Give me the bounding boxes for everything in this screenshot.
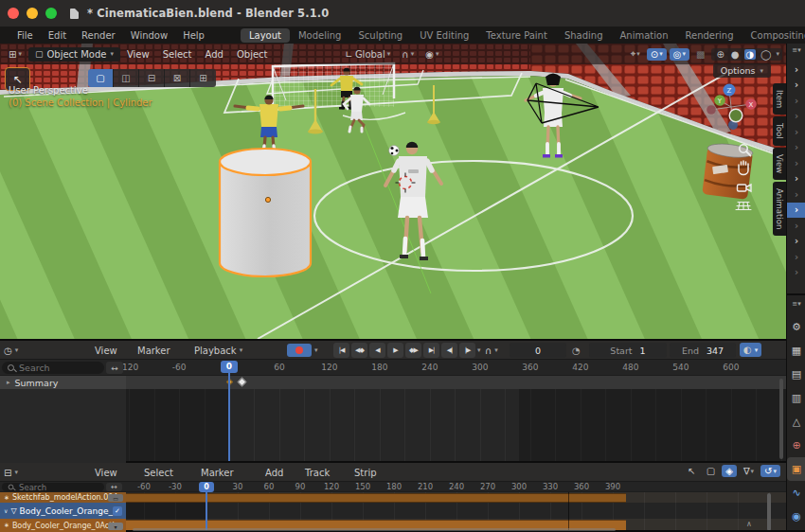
expand-region-icon[interactable]: ∧ bbox=[746, 520, 752, 528]
nla-search-input[interactable]: Search bbox=[2, 483, 104, 491]
nla-menu-track[interactable]: Track bbox=[305, 463, 330, 482]
outliner-row-11[interactable]: › bbox=[787, 234, 805, 250]
3d-scene[interactable]: Z Y X bbox=[0, 44, 786, 339]
select-set-mode[interactable]: ▢ bbox=[88, 69, 114, 87]
timeline-search-input[interactable]: Search bbox=[2, 362, 104, 374]
collapse-icon[interactable]: ∨ bbox=[4, 507, 8, 514]
outliner-row-12[interactable]: › bbox=[787, 249, 805, 265]
filter-dropdown[interactable]: ∇▾ bbox=[740, 465, 758, 477]
shading-solid-icon[interactable]: ● bbox=[729, 49, 742, 60]
select-extend-mode[interactable]: ◫ bbox=[114, 69, 139, 87]
outliner-editor[interactable]: ≡▾ ›››››››››››››› bbox=[787, 44, 805, 293]
outliner-editor-type-button[interactable]: ≡▾ bbox=[787, 46, 805, 54]
properties-tab-view-layer[interactable]: ▥ bbox=[787, 386, 805, 410]
properties-tab-render[interactable]: ▦ bbox=[787, 339, 805, 363]
current-frame-field[interactable]: 0 bbox=[510, 343, 566, 358]
outliner-row-9-selected[interactable]: › bbox=[787, 203, 805, 219]
nla-channel-selected[interactable]: ∨ ▽ Body_Cooler_Orange_0 ✓ bbox=[0, 503, 126, 519]
cylinder-object-selected[interactable] bbox=[220, 149, 311, 276]
timeline-playhead-line[interactable] bbox=[228, 372, 230, 463]
nla-vertical-scrollbar[interactable] bbox=[767, 493, 771, 531]
snapping-dropdown[interactable]: ∩▾ bbox=[397, 47, 419, 62]
timeline-editor[interactable]: ◷▾ View Marker Playback▾ ▾ |◀◀◆◀▶◆▶▶|◀||… bbox=[0, 339, 786, 461]
play-button[interactable]: ▶ bbox=[387, 343, 403, 358]
outliner-row-10[interactable]: › bbox=[787, 218, 805, 234]
workspace-tab-texture-paint[interactable]: Texture Paint bbox=[477, 28, 556, 43]
show-gizmos-toggle[interactable]: ⊙▾ bbox=[647, 48, 667, 61]
menu-edit[interactable]: Edit bbox=[41, 29, 74, 42]
horizontal-scrollbar[interactable] bbox=[133, 528, 616, 532]
editor-type-button[interactable]: ⊞▾ bbox=[4, 47, 27, 62]
properties-tab-scene[interactable]: △ bbox=[787, 410, 805, 434]
viewport-menu-view[interactable]: View bbox=[120, 47, 156, 62]
snapping-toggle[interactable]: ◈ bbox=[722, 465, 737, 477]
playback-popover[interactable]: Playback▾ bbox=[194, 341, 242, 360]
nla-channel-action-strip[interactable]: ∗ Sketchfab_modelAction.004 ▭ bbox=[0, 492, 126, 503]
strip-icon-button[interactable]: ▭ bbox=[108, 494, 123, 502]
auto-keying-dropdown[interactable]: ▾ bbox=[314, 341, 318, 360]
auto-snap-dropdown[interactable]: ↺▾ bbox=[760, 465, 780, 477]
menu-help[interactable]: Help bbox=[175, 29, 212, 42]
prev-frame-button[interactable]: ◀| bbox=[441, 343, 457, 358]
outliner-row-7[interactable]: › bbox=[787, 171, 805, 187]
summary-channel[interactable]: ▸ Summary bbox=[0, 376, 126, 389]
box-select-icon[interactable]: ▢ bbox=[703, 465, 719, 477]
nla-playhead[interactable]: 0 bbox=[199, 482, 214, 492]
shading-material-preview-icon[interactable]: ◑ bbox=[744, 49, 757, 60]
gizmo-neg-y-axis-highlighted[interactable] bbox=[729, 109, 742, 122]
outliner-row-6[interactable]: › bbox=[787, 155, 805, 171]
sync-mode-dropdown[interactable]: ◐▾ bbox=[740, 343, 761, 357]
outliner-row-3[interactable]: › bbox=[787, 109, 805, 125]
soccer-ball[interactable] bbox=[389, 146, 400, 156]
workspace-tab-shading[interactable]: Shading bbox=[556, 28, 612, 43]
properties-tab-physics[interactable]: ◉ bbox=[787, 505, 805, 528]
shading-dropdown[interactable]: ▾ bbox=[776, 50, 779, 58]
nla-menu-add[interactable]: Add bbox=[265, 463, 283, 482]
workspace-tab-compositing[interactable]: Compositing bbox=[742, 28, 805, 43]
keying-popover[interactable]: ∩▾ bbox=[485, 341, 498, 360]
nla-channel-action-strip[interactable]: ∗ Body_Cooler_Orange_0Actio ▾ bbox=[0, 519, 126, 532]
outliner-row-1[interactable]: › bbox=[787, 78, 805, 94]
channel-dropdown[interactable]: ▾ bbox=[108, 523, 123, 530]
expand-icon[interactable]: ▸ bbox=[7, 379, 10, 386]
properties-tab-world[interactable]: ⊕ bbox=[787, 434, 805, 457]
transform-orientation-dropdown[interactable]: ∟ Global▾ bbox=[340, 47, 395, 62]
workspace-tab-uv-editing[interactable]: UV Editing bbox=[411, 28, 477, 43]
next-keyframe-button[interactable]: ◆▶ bbox=[405, 343, 421, 358]
outliner-row-8[interactable]: › bbox=[787, 186, 805, 203]
menu-render[interactable]: Render bbox=[74, 29, 123, 42]
nla-menu-strip[interactable]: Strip bbox=[354, 463, 377, 482]
nla-playhead-line[interactable] bbox=[206, 491, 207, 532]
outliner-row-5[interactable]: › bbox=[787, 140, 805, 156]
workspace-tab-animation[interactable]: Animation bbox=[612, 28, 677, 43]
select-intersect-mode[interactable]: ⊞ bbox=[190, 69, 216, 87]
nla-body[interactable]: -60-303060901201501802102402703003303603… bbox=[0, 482, 786, 532]
outliner-row-4[interactable]: › bbox=[787, 124, 805, 140]
sidebar-tab-view[interactable]: View bbox=[773, 148, 786, 180]
transport-dropdown[interactable]: ▾ bbox=[477, 346, 481, 354]
workspace-tab-modeling[interactable]: Modeling bbox=[290, 28, 350, 43]
nla-editor[interactable]: ⊟▾ ↖ ▢ ◈ ∇▾ ↺▾ ViewSelectMarkerAddTrackS… bbox=[0, 461, 786, 530]
show-overlays-toggle[interactable]: ◎▾ bbox=[670, 48, 689, 61]
nla-menu-marker[interactable]: Marker bbox=[201, 463, 234, 482]
jump-end-button[interactable]: ▶| bbox=[423, 343, 439, 358]
gizmo-visibility-dropdown[interactable]: ⌖▾ bbox=[627, 47, 644, 61]
prev-keyframe-button[interactable]: ◀◆ bbox=[351, 343, 367, 358]
timeline-menu-view[interactable]: View bbox=[95, 341, 117, 360]
viewport-menu-object[interactable]: Object bbox=[230, 47, 275, 62]
sidebar-tab-animation[interactable]: Animation bbox=[773, 182, 786, 236]
track-mute-checkbox[interactable]: ✓ bbox=[113, 506, 122, 516]
nla-editor-type-button[interactable]: ⊟▾ bbox=[4, 463, 18, 482]
3d-viewport[interactable]: Z Y X bbox=[0, 44, 786, 339]
maximize-window-button[interactable] bbox=[45, 8, 57, 19]
properties-editor-type-button[interactable]: ≡▾ bbox=[787, 300, 805, 308]
properties-tab-modifiers[interactable]: ∿ bbox=[787, 481, 805, 505]
select-subtract-mode[interactable]: ⊟ bbox=[139, 69, 165, 87]
select-invert-mode[interactable]: ⊠ bbox=[165, 69, 190, 87]
frame-end-field[interactable]: End347 bbox=[670, 343, 736, 358]
menu-file[interactable]: File bbox=[9, 29, 41, 42]
close-window-button[interactable] bbox=[8, 8, 19, 19]
timeline-body[interactable]: -120-6060120180240300360420480540600 0 S… bbox=[0, 360, 786, 463]
expand-channels-button[interactable]: ↔ bbox=[106, 483, 122, 491]
properties-tab-output[interactable]: ▤ bbox=[787, 363, 805, 386]
